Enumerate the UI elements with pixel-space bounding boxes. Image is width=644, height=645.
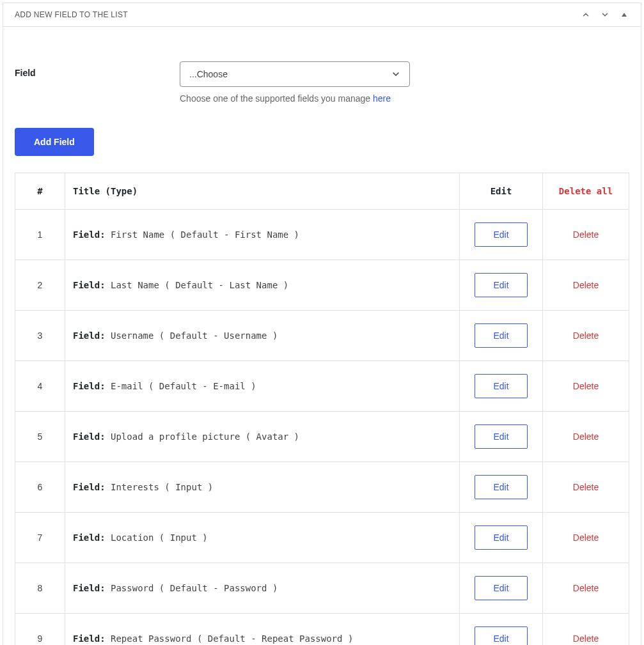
- row-index: 7: [15, 513, 65, 563]
- edit-button[interactable]: Edit: [475, 576, 527, 600]
- row-title-text: Password ( Default - Password ): [111, 583, 278, 593]
- helper-prefix: Choose one of the supported fields you m…: [180, 93, 373, 104]
- table-row: 4Field: E-mail ( Default - E-mail )EditD…: [15, 361, 629, 412]
- row-delete-cell: Delete: [543, 563, 629, 614]
- row-field-label: Field:: [73, 330, 106, 341]
- table-row: 1Field: First Name ( Default - First Nam…: [15, 210, 629, 260]
- edit-button[interactable]: Edit: [475, 424, 527, 449]
- row-edit-cell: Edit: [460, 311, 543, 361]
- field-select-wrap: ...Choose: [180, 61, 410, 87]
- row-title-cell: Field: Last Name ( Default - Last Name ): [65, 260, 460, 311]
- row-index-value: 2: [38, 280, 43, 290]
- delete-link[interactable]: Delete: [573, 431, 599, 442]
- delete-link[interactable]: Delete: [573, 583, 599, 593]
- row-index: 9: [15, 614, 65, 646]
- add-field-panel: ADD NEW FIELD TO THE LIST Field ...Choos…: [3, 3, 641, 645]
- row-delete-cell: Delete: [543, 210, 629, 260]
- table-row: 3Field: Username ( Default - Username )E…: [15, 311, 629, 361]
- delete-link[interactable]: Delete: [573, 229, 599, 240]
- row-field-label: Field:: [73, 633, 106, 644]
- edit-button[interactable]: Edit: [475, 475, 527, 499]
- edit-button[interactable]: Edit: [475, 323, 527, 348]
- row-index: 4: [15, 361, 65, 412]
- panel-header: ADD NEW FIELD TO THE LIST: [3, 3, 641, 27]
- row-field-label: Field:: [73, 229, 106, 240]
- row-index: 5: [15, 412, 65, 462]
- row-title-cell: Field: Username ( Default - Username ): [65, 311, 460, 361]
- col-edit-header: Edit: [460, 173, 543, 210]
- row-index-value: 8: [38, 583, 43, 593]
- row-edit-cell: Edit: [460, 614, 543, 646]
- helper-link[interactable]: here: [373, 93, 391, 104]
- row-index: 6: [15, 462, 65, 513]
- row-index-value: 5: [38, 431, 43, 442]
- delete-link[interactable]: Delete: [573, 280, 599, 290]
- table-row: 7Field: Location ( Input )EditDelete: [15, 513, 629, 563]
- row-title-text: E-mail ( Default - E-mail ): [111, 381, 256, 391]
- table-row: 8Field: Password ( Default - Password )E…: [15, 563, 629, 614]
- row-edit-cell: Edit: [460, 260, 543, 311]
- row-index: 8: [15, 563, 65, 614]
- row-field-label: Field:: [73, 431, 106, 442]
- row-delete-cell: Delete: [543, 412, 629, 462]
- edit-button[interactable]: Edit: [475, 222, 527, 247]
- row-title-cell: Field: Location ( Input ): [65, 513, 460, 563]
- table-row: 5Field: Upload a profile picture ( Avata…: [15, 412, 629, 462]
- row-delete-cell: Delete: [543, 513, 629, 563]
- row-edit-cell: Edit: [460, 563, 543, 614]
- field-select[interactable]: ...Choose: [180, 61, 410, 87]
- delete-link[interactable]: Delete: [573, 482, 599, 492]
- row-delete-cell: Delete: [543, 311, 629, 361]
- delete-link[interactable]: Delete: [573, 532, 599, 543]
- add-field-button[interactable]: Add Field: [15, 128, 94, 156]
- col-index-header: #: [15, 173, 65, 210]
- chevron-down-icon[interactable]: [600, 10, 610, 20]
- delete-link[interactable]: Delete: [573, 633, 599, 644]
- row-edit-cell: Edit: [460, 210, 543, 260]
- panel-body: Field ...Choose Choose one of the suppor…: [3, 27, 641, 645]
- row-title-text: Upload a profile picture ( Avatar ): [111, 431, 299, 442]
- row-delete-cell: Delete: [543, 361, 629, 412]
- row-delete-cell: Delete: [543, 614, 629, 646]
- row-title-text: Username ( Default - Username ): [111, 330, 278, 341]
- table-header-row: # Title (Type) Edit Delete all: [15, 173, 629, 210]
- table-row: 9Field: Repeat Password ( Default - Repe…: [15, 614, 629, 646]
- row-title-text: Interests ( Input ): [111, 482, 213, 492]
- row-field-label: Field:: [73, 482, 106, 492]
- row-index: 1: [15, 210, 65, 260]
- row-edit-cell: Edit: [460, 462, 543, 513]
- edit-button[interactable]: Edit: [475, 626, 527, 645]
- row-title-cell: Field: Interests ( Input ): [65, 462, 460, 513]
- edit-button[interactable]: Edit: [475, 374, 527, 398]
- row-index-value: 7: [38, 532, 43, 543]
- row-edit-cell: Edit: [460, 412, 543, 462]
- chevron-up-icon[interactable]: [581, 10, 591, 20]
- row-edit-cell: Edit: [460, 361, 543, 412]
- delete-link[interactable]: Delete: [573, 381, 599, 391]
- field-label: Field: [15, 61, 180, 78]
- row-index: 2: [15, 260, 65, 311]
- row-title-cell: Field: Upload a profile picture ( Avatar…: [65, 412, 460, 462]
- row-title-text: First Name ( Default - First Name ): [111, 229, 299, 240]
- row-field-label: Field:: [73, 532, 106, 543]
- edit-button[interactable]: Edit: [475, 525, 527, 550]
- row-index-value: 6: [38, 482, 43, 492]
- svg-marker-0: [622, 13, 627, 17]
- triangle-up-icon[interactable]: [619, 10, 629, 20]
- row-title-cell: Field: Password ( Default - Password ): [65, 563, 460, 614]
- field-control: ...Choose Choose one of the supported fi…: [180, 61, 410, 104]
- row-title-text: Repeat Password ( Default - Repeat Passw…: [111, 633, 353, 644]
- panel-controls: [581, 10, 629, 20]
- col-title-header: Title (Type): [65, 173, 460, 210]
- row-field-label: Field:: [73, 381, 106, 391]
- delete-link[interactable]: Delete: [573, 330, 599, 341]
- row-title-cell: Field: First Name ( Default - First Name…: [65, 210, 460, 260]
- row-title-cell: Field: E-mail ( Default - E-mail ): [65, 361, 460, 412]
- row-edit-cell: Edit: [460, 513, 543, 563]
- row-index-value: 4: [38, 381, 43, 391]
- row-title-text: Location ( Input ): [111, 532, 208, 543]
- row-title-cell: Field: Repeat Password ( Default - Repea…: [65, 614, 460, 646]
- table-row: 2Field: Last Name ( Default - Last Name …: [15, 260, 629, 311]
- col-delete-all-header[interactable]: Delete all: [543, 173, 629, 210]
- edit-button[interactable]: Edit: [475, 273, 527, 297]
